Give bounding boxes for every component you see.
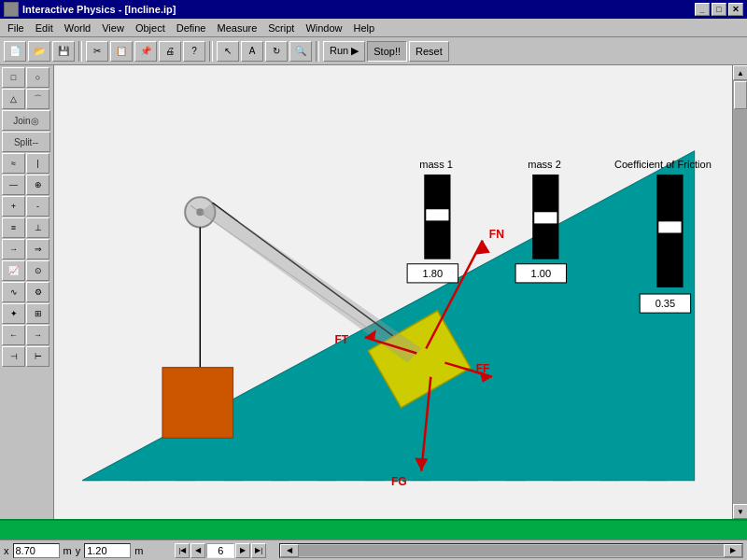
svg-text:0.35: 0.35 [655,298,676,309]
lt-row7: → ⇒ [2,239,51,259]
curve-tool[interactable]: ⌒ [26,89,49,109]
zoom-in-tool[interactable]: + [2,196,25,217]
force-tool[interactable]: → [2,239,25,259]
menu-bar: File Edit World View Object Define Measu… [0,19,747,37]
h-scroll-right[interactable]: ▶ [724,544,742,557]
minimize-button[interactable]: _ [695,3,710,16]
line-tool[interactable]: — [2,175,25,195]
lt-row10: ✦ ⊞ [2,303,51,324]
simulation-canvas: FN FT FF FG mass 1 1.80 mass 2 [54,65,732,519]
zoom-tool[interactable]: 🔍 [289,41,312,62]
scroll-thumb[interactable] [734,81,747,109]
joint-tool[interactable]: ✦ [2,303,25,324]
lt-misc1[interactable]: ⊣ [2,346,25,367]
lt-row9: ∿ ⚙ [2,282,51,302]
toolbar-sep3 [316,41,319,62]
paste-button[interactable]: 📌 [134,41,157,62]
svg-text:1.80: 1.80 [423,268,444,279]
lt-misc2[interactable]: ⊢ [26,346,49,367]
help-button[interactable]: ? [183,41,205,62]
motor-tool[interactable]: ⊕ [26,175,49,195]
green-strip [0,519,747,539]
svg-text:mass 2: mass 2 [528,159,561,170]
reset-button[interactable]: Reset [409,41,449,62]
svg-rect-37 [426,209,448,220]
split-button[interactable]: Split-- [2,132,50,152]
lt-row2: △ ⌒ [2,89,51,109]
svg-rect-42 [534,212,557,223]
menu-measure[interactable]: Measure [211,21,262,35]
lt-row11: ← → [2,325,51,345]
copy-button[interactable]: 📋 [110,41,133,62]
rotate-tool[interactable]: ↻ [265,41,288,62]
menu-script[interactable]: Script [262,21,300,35]
stop-button[interactable]: Stop!! [367,41,407,62]
close-button[interactable]: ✕ [728,3,743,16]
lt-row8: 📈 ⊙ [2,260,51,281]
h-scroll-track[interactable] [299,545,724,556]
toolbar-sep1 [78,41,82,62]
right-scrollbar: ▲ ▼ [732,65,747,519]
toolbar-sep2 [209,41,213,62]
bottom-bar: x 8.70 m y 1.20 m |◀ ◀ 6 ▶ ▶| ◀ ▶ [0,539,747,560]
frame-number: 6 [206,543,234,558]
left-toolbar: □ ○ △ ⌒ Join◎ Split-- ≈ | — ⊕ + - ≡ ⊥ → … [0,65,54,519]
run-button[interactable]: Run ▶ [323,41,365,62]
gear-tool[interactable]: ⚙ [26,282,49,302]
meter-tool[interactable]: ⊙ [26,260,49,281]
lt-row12: ⊣ ⊢ [2,346,51,367]
scroll-track[interactable] [733,80,747,504]
nav-last-button[interactable]: ▶| [251,543,266,558]
scroll-up-button[interactable]: ▲ [733,65,747,80]
svg-text:1.00: 1.00 [531,268,552,279]
maximize-button[interactable]: □ [712,3,726,16]
h-scroll-left[interactable]: ◀ [280,544,299,557]
spring-tool[interactable]: ≈ [2,153,25,174]
y-label: y [76,545,81,556]
save-button[interactable]: 💾 [52,41,75,62]
lt-row6: ≡ ⊥ [2,217,51,238]
menu-object[interactable]: Object [130,21,171,35]
scroll-down-button[interactable]: ▼ [733,504,747,519]
menu-file[interactable]: File [2,21,30,35]
constraint-tool[interactable]: ⊞ [26,303,49,324]
nav-prev-button[interactable]: ◀ [190,543,205,558]
zoom-out-tool[interactable]: - [26,196,49,217]
nav-first-button[interactable]: |◀ [175,543,190,558]
menu-world[interactable]: World [59,21,97,35]
x-unit: m [63,545,72,556]
text-tool[interactable]: A [241,41,263,62]
menu-window[interactable]: Window [300,21,347,35]
circle-tool[interactable]: ○ [26,67,49,88]
arrow-left-tool[interactable]: ← [2,325,25,345]
cut-button[interactable]: ✂ [86,41,108,62]
canvas-area: FN FT FF FG mass 1 1.80 mass 2 [54,65,732,519]
square-tool[interactable]: □ [2,67,25,88]
svg-text:FG: FG [391,475,407,488]
vel-tool[interactable]: ⇒ [26,239,49,259]
y-unit: m [134,545,143,556]
bottom-nav: |◀ ◀ 6 ▶ ▶| [175,543,266,558]
svg-rect-47 [658,221,681,232]
polygon-tool[interactable]: △ [2,89,25,109]
print-button[interactable]: 🖨 [159,41,181,62]
track-tool[interactable]: ≡ [2,217,25,238]
new-button[interactable]: 📄 [4,41,26,62]
h-scrollbar[interactable]: ◀ ▶ [279,543,743,558]
join-button[interactable]: Join◎ [2,110,50,131]
graph-tool[interactable]: 📈 [2,260,25,281]
open-button[interactable]: 📂 [28,41,50,62]
pin-tool[interactable]: ⊥ [26,217,49,238]
damper-tool[interactable]: | [26,153,49,174]
measure-tool[interactable]: ∿ [2,282,25,302]
arrow-right-tool[interactable]: → [26,325,49,345]
menu-define[interactable]: Define [171,21,212,35]
lt-row5: + - [2,196,51,217]
svg-rect-20 [162,368,233,439]
menu-view[interactable]: View [96,21,130,35]
menu-help[interactable]: Help [348,21,381,35]
nav-next-button[interactable]: ▶ [235,543,250,558]
select-tool[interactable]: ↖ [217,41,239,62]
svg-text:Coefficient of Friction: Coefficient of Friction [614,159,712,170]
menu-edit[interactable]: Edit [30,21,59,35]
